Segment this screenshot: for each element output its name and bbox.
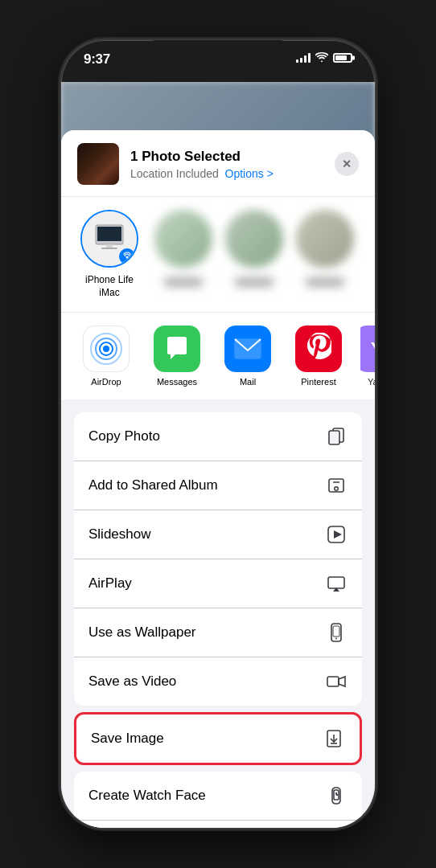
save-as-video-label: Save as Video	[88, 674, 325, 690]
save-as-video-icon	[325, 670, 348, 693]
messages-app-icon	[154, 326, 200, 372]
add-shared-album-label: Add to Shared Album	[88, 477, 325, 493]
menu-item-use-as-wallpaper[interactable]: Use as Wallpaper	[74, 608, 362, 657]
svg-point-12	[335, 488, 338, 490]
mail-app-icon	[224, 326, 271, 372]
wifi-icon	[315, 51, 328, 64]
close-icon: ✕	[342, 158, 352, 170]
app-item-messages[interactable]: Messages	[148, 326, 206, 387]
app-item-airdrop[interactable]: AirDrop	[77, 326, 135, 387]
apps-row: AirDrop Messages	[61, 313, 375, 406]
menu-item-save-image-container[interactable]: Save Image	[74, 712, 362, 765]
airdrop-target-name: iPhone Life iMac	[77, 274, 142, 299]
status-icons	[296, 51, 352, 64]
signal-icon	[296, 53, 311, 63]
status-time: 9:37	[84, 51, 110, 68]
menu-item-save-image[interactable]: Save Image	[76, 714, 360, 763]
airdrop-target-blurred-3[interactable]	[296, 210, 354, 299]
svg-rect-21	[327, 677, 339, 686]
app-item-ya[interactable]: Y Ya...	[360, 326, 375, 387]
header-subtitle: Location Included Options >	[130, 167, 323, 180]
add-shared-album-icon	[325, 474, 348, 497]
share-header: 1 Photo Selected Location Included Optio…	[61, 130, 375, 197]
menu-item-save-to-files[interactable]: Save to Files	[74, 821, 362, 828]
menu-item-add-shared-album[interactable]: Add to Shared Album	[74, 461, 362, 510]
copy-photo-label: Copy Photo	[88, 428, 325, 444]
create-watch-face-icon	[325, 784, 348, 807]
svg-rect-5	[101, 248, 117, 249]
app-name-mail: Mail	[240, 377, 256, 387]
use-as-wallpaper-icon	[325, 621, 348, 644]
airdrop-rings-icon	[88, 331, 124, 366]
svg-rect-16	[328, 577, 344, 588]
section-spacer-1	[61, 406, 375, 412]
header-title: 1 Photo Selected	[130, 148, 323, 166]
menu-item-airplay[interactable]: AirPlay	[74, 559, 362, 608]
menu-item-slideshow[interactable]: Slideshow	[74, 510, 362, 559]
battery-icon	[333, 53, 352, 63]
app-name-ya: Ya...	[368, 377, 375, 387]
header-text-area: 1 Photo Selected Location Included Optio…	[130, 148, 323, 180]
svg-rect-3	[98, 227, 121, 240]
menu-item-copy-photo[interactable]: Copy Photo	[74, 412, 362, 461]
svg-point-20	[335, 638, 337, 640]
airdrop-badge	[119, 248, 135, 264]
airdrop-target-imac[interactable]: iPhone Life iMac	[77, 210, 142, 299]
app-item-mail[interactable]: Mail	[219, 326, 277, 387]
airplay-label: AirPlay	[88, 575, 325, 592]
save-image-label: Save Image	[91, 731, 323, 747]
menu-section-main: Copy Photo Add to Shared Album	[74, 412, 362, 706]
pinterest-app-icon	[295, 326, 342, 372]
options-link[interactable]: Options >	[225, 167, 274, 180]
app-item-pinterest[interactable]: Pinterest	[290, 326, 348, 387]
app-name-pinterest: Pinterest	[301, 377, 335, 387]
slideshow-label: Slideshow	[88, 526, 325, 542]
svg-marker-22	[339, 677, 345, 686]
airdrop-target-blurred-2[interactable]	[225, 210, 283, 299]
notch	[154, 40, 282, 66]
photo-thumbnail	[77, 143, 119, 185]
svg-rect-4	[106, 244, 113, 248]
copy-photo-icon	[325, 425, 348, 448]
share-sheet: 1 Photo Selected Location Included Optio…	[61, 130, 375, 828]
svg-rect-9	[329, 431, 339, 444]
airdrop-target-blurred-1[interactable]	[154, 210, 212, 299]
slideshow-icon	[325, 523, 348, 546]
save-image-icon	[323, 727, 345, 750]
airdrop-avatar-imac	[80, 210, 138, 268]
close-button[interactable]: ✕	[335, 152, 359, 176]
svg-rect-19	[333, 626, 339, 637]
pinterest-icon-svg	[306, 333, 331, 365]
messages-icon-svg	[163, 335, 191, 362]
svg-point-6	[126, 256, 129, 259]
airdrop-badge-icon	[122, 252, 132, 261]
mail-icon-svg	[234, 338, 261, 359]
menu-item-create-watch-face[interactable]: Create Watch Face	[74, 772, 362, 821]
use-as-wallpaper-label: Use as Wallpaper	[88, 624, 325, 641]
airdrop-targets-row: iPhone Life iMac	[61, 197, 375, 313]
airplay-icon	[325, 572, 348, 595]
ya-app-icon: Y	[360, 326, 375, 372]
menu-section-bottom: Create Watch Face Save to Files	[74, 772, 362, 828]
menu-item-save-as-video[interactable]: Save as Video	[74, 657, 362, 706]
phone-frame: 9:37	[61, 40, 375, 828]
app-name-airdrop: AirDrop	[91, 377, 121, 387]
app-name-messages: Messages	[157, 377, 197, 387]
svg-marker-15	[334, 530, 342, 538]
screen-content: 1 Photo Selected Location Included Optio…	[61, 82, 375, 828]
create-watch-face-label: Create Watch Face	[88, 788, 325, 804]
airdrop-app-icon	[83, 326, 130, 372]
